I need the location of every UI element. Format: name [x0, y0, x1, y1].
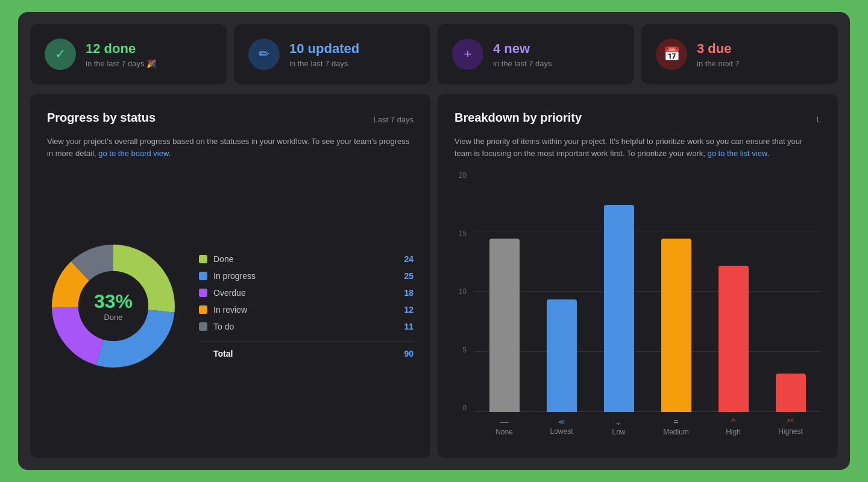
- updated-icon: ✏: [248, 39, 280, 70]
- priority-panel: Breakdown by priority L View the priorit…: [438, 94, 838, 458]
- high-icon: ^: [731, 417, 735, 427]
- bars-relative: — None ≪ Lowest: [474, 171, 821, 441]
- legend-color-inprogress: [199, 272, 207, 280]
- done-text: 12 done in the last 7 days 🎉: [86, 41, 156, 68]
- bar-lowest-rect: [547, 299, 577, 412]
- bar-high-rect: [719, 266, 749, 412]
- bar-low: ⌄ Low: [593, 171, 644, 441]
- priority-desc: View the priority of items within your p…: [454, 136, 821, 159]
- legend-total-count: 90: [404, 349, 414, 358]
- bar-lowest: ≪ Lowest: [536, 171, 587, 441]
- bar-highest-label: ^^ Highest: [778, 412, 803, 441]
- none-icon: —: [500, 417, 509, 427]
- legend-name-overdue: Overdue: [213, 288, 398, 298]
- legend-name-inprogress: In progress: [213, 271, 398, 281]
- legend-count-todo: 11: [404, 322, 414, 331]
- progress-panel: Progress by status Last 7 days View your…: [30, 94, 430, 458]
- bar-none: — None: [479, 171, 530, 441]
- legend-item-inprogress: In progress 25: [199, 271, 414, 281]
- legend-item-todo: To do 11: [199, 322, 414, 331]
- y-label-0: 0: [454, 404, 467, 412]
- legend-color-inreview: [199, 305, 207, 314]
- priority-filter: L: [817, 115, 821, 124]
- bar-chart-inner: 0 5 10 15 20: [454, 171, 821, 441]
- stat-card-due: 📅 3 due in the next 7: [641, 24, 838, 84]
- none-name: None: [495, 428, 513, 436]
- new-icon: +: [452, 39, 483, 70]
- new-sub: in the last 7 days: [493, 59, 552, 68]
- donut-center: 33% Done: [94, 290, 133, 322]
- y-label-20: 20: [454, 171, 467, 180]
- lowest-name: Lowest: [550, 427, 573, 436]
- donut-label: Done: [94, 313, 133, 322]
- dashboard: ✓ 12 done in the last 7 days 🎉 ✏ 10 upda…: [18, 12, 850, 470]
- legend-color-overdue: [199, 289, 207, 297]
- y-label-15: 15: [454, 230, 467, 238]
- legend-count-done: 24: [404, 254, 414, 264]
- legend-color-done: [199, 255, 207, 263]
- chart-area: 33% Done Done 24 In progress 25: [47, 171, 414, 441]
- legend-name-done: Done: [213, 254, 398, 264]
- highest-icon: ^^: [787, 418, 794, 426]
- priority-desc-text2: .: [767, 149, 770, 158]
- progress-filter: Last 7 days: [374, 115, 414, 124]
- legend-count-inprogress: 25: [404, 271, 414, 281]
- bar-highest-rect: [776, 374, 806, 412]
- legend-total: Total 90: [199, 341, 414, 358]
- updated-sub: in the last 7 days: [289, 59, 359, 68]
- bar-medium-label: = Medium: [663, 412, 689, 441]
- legend-count-overdue: 18: [404, 288, 414, 298]
- highest-name: Highest: [778, 427, 803, 436]
- due-text: 3 due in the next 7: [697, 41, 740, 68]
- stat-card-updated: ✏ 10 updated in the last 7 days: [234, 24, 430, 84]
- legend-item-inreview: In review 12: [199, 305, 414, 315]
- legend-count-inreview: 12: [404, 305, 414, 315]
- medium-icon: =: [673, 417, 678, 427]
- legend-item-done: Done 24: [199, 254, 414, 264]
- done-value: 12 done: [86, 41, 156, 57]
- high-name: High: [726, 428, 741, 436]
- done-icon: ✓: [45, 39, 76, 70]
- legend-name-todo: To do: [213, 322, 398, 331]
- low-name: Low: [612, 428, 625, 436]
- bar-medium: = Medium: [650, 171, 702, 441]
- y-axis: 0 5 10 15 20: [454, 171, 474, 441]
- bar-highest: ^^ Highest: [765, 171, 816, 441]
- progress-desc-text2: .: [169, 149, 171, 158]
- progress-title: Progress by status: [47, 111, 156, 125]
- stat-cards-row: ✓ 12 done in the last 7 days 🎉 ✏ 10 upda…: [18, 12, 850, 94]
- y-label-5: 5: [454, 346, 467, 354]
- priority-header: Breakdown by priority L: [454, 111, 821, 128]
- donut-container: 33% Done: [47, 240, 180, 372]
- bar-low-label: ⌄ Low: [612, 412, 625, 441]
- legend-name-inreview: In review: [213, 305, 398, 315]
- new-value: 4 new: [493, 41, 552, 57]
- board-view-link[interactable]: go to the board view: [98, 149, 168, 158]
- low-icon: ⌄: [615, 417, 622, 427]
- bar-medium-rect: [661, 239, 691, 412]
- due-icon: 📅: [656, 39, 687, 70]
- new-text: 4 new in the last 7 days: [493, 41, 552, 68]
- progress-desc: View your project's overall progress bas…: [47, 136, 414, 159]
- y-label-10: 10: [454, 287, 467, 296]
- bar-high: ^ High: [708, 171, 759, 441]
- legend-item-overdue: Overdue 18: [199, 288, 414, 298]
- legend: Done 24 In progress 25 Overdue 18: [199, 254, 414, 358]
- due-value: 3 due: [697, 41, 740, 57]
- bars-flex: — None ≪ Lowest: [474, 171, 821, 441]
- legend-total-label: Total: [213, 349, 398, 358]
- bars-container: — None ≪ Lowest: [474, 171, 821, 441]
- main-content: Progress by status Last 7 days View your…: [18, 94, 850, 470]
- bar-none-label: — None: [495, 412, 513, 441]
- donut-percentage: 33%: [94, 290, 133, 313]
- list-view-link[interactable]: go to the list view: [708, 149, 767, 158]
- bar-chart-area: 0 5 10 15 20: [454, 171, 821, 441]
- bar-none-rect: [489, 239, 520, 412]
- stat-card-done: ✓ 12 done in the last 7 days 🎉: [30, 24, 227, 84]
- progress-header: Progress by status Last 7 days: [47, 111, 414, 128]
- updated-value: 10 updated: [289, 41, 359, 57]
- due-sub: in the next 7: [697, 59, 740, 68]
- legend-color-todo: [199, 322, 207, 331]
- bar-high-label: ^ High: [726, 412, 741, 441]
- bar-lowest-label: ≪ Lowest: [550, 412, 573, 441]
